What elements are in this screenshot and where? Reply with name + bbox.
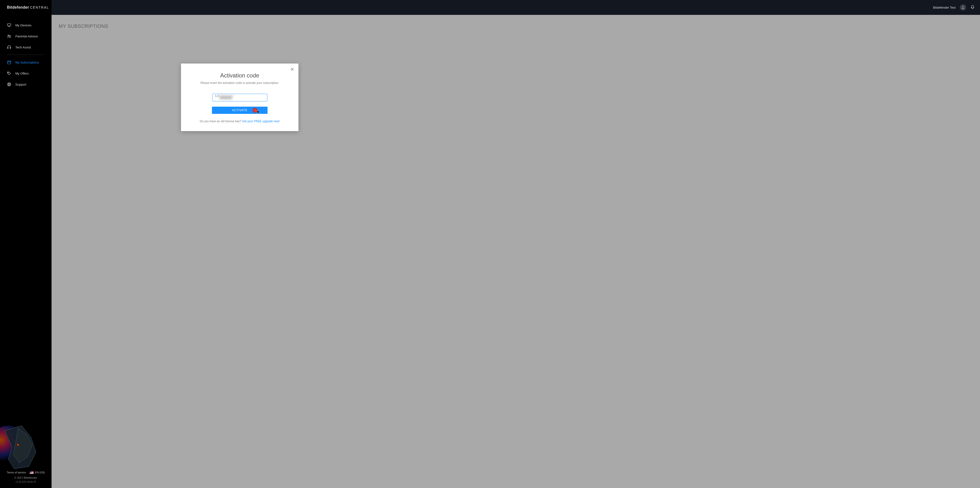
modal-title: Activation code — [188, 72, 291, 79]
monitor-icon — [7, 23, 11, 27]
calendar-icon — [7, 60, 11, 65]
svg-point-3 — [8, 35, 9, 36]
activate-button[interactable]: ACTIVATE — [212, 107, 267, 114]
sidebar-item-label: My Devices — [15, 24, 32, 27]
svg-point-18 — [0, 426, 26, 462]
copyright-text: © 2017 Bitdefender — [2, 476, 49, 479]
version-text: v2.16.526-39c9c79 — [2, 480, 49, 483]
close-icon[interactable] — [290, 67, 295, 72]
input-redacted: XXXXXXX — [220, 94, 234, 97]
svg-point-19 — [17, 444, 19, 446]
brand-suffix: CENTRAL — [30, 5, 49, 10]
sidebar-footer: Terms of service EN (US) © 2017 Bitdefen… — [0, 471, 51, 488]
sidebar-item-label: Support — [15, 83, 26, 86]
brand-logo[interactable]: Bitdefender CENTRAL — [0, 0, 51, 15]
sidebar-item-my-devices[interactable]: My Devices — [0, 20, 51, 31]
lifebuoy-icon — [7, 82, 11, 86]
sidebar-item-label: My Subscriptions — [15, 60, 39, 64]
sidebar-item-parental-advisor[interactable]: Parental Advisor — [0, 31, 51, 42]
tag-icon — [7, 71, 11, 75]
svg-line-15 — [10, 85, 10, 86]
main-area: Bitdefender Test MY SUBSCRIPTIONS Activa… — [51, 0, 980, 488]
modal-overlay: Activation code Please insert the activa… — [51, 0, 980, 488]
svg-rect-5 — [8, 48, 8, 49]
brand-name: Bitdefender — [7, 5, 29, 10]
sidebar-item-tech-assist[interactable]: Tech Assist — [0, 42, 51, 53]
input-value: LU — [215, 94, 220, 97]
wolf-artwork — [0, 421, 43, 474]
svg-point-4 — [10, 35, 11, 37]
svg-line-16 — [10, 83, 10, 84]
user-name[interactable]: Bitdefender Test — [933, 6, 956, 10]
svg-rect-6 — [10, 48, 11, 49]
sidebar-item-my-offers[interactable]: My Offers — [0, 68, 51, 79]
svg-point-11 — [8, 72, 8, 73]
people-icon — [7, 34, 11, 38]
user-avatar[interactable] — [960, 4, 966, 11]
language-label: EN (US) — [35, 471, 45, 474]
activation-modal: Activation code Please insert the activa… — [181, 64, 299, 131]
cursor-indicator — [257, 110, 260, 115]
sidebar-item-label: Parental Advisor — [15, 35, 38, 38]
headset-icon — [7, 45, 11, 49]
upgrade-link[interactable]: Get your FREE upgrade now! — [242, 119, 280, 123]
notifications-icon[interactable] — [970, 5, 975, 10]
sidebar-item-my-subscriptions[interactable]: My Subscriptions — [0, 57, 51, 68]
sidebar: Bitdefender CENTRAL My Devices Parental … — [0, 0, 51, 488]
modal-footer-text: Do you have an old license key? Get your… — [188, 119, 291, 123]
language-selector[interactable]: EN (US) — [30, 471, 45, 474]
svg-rect-0 — [8, 24, 11, 26]
svg-point-20 — [962, 6, 964, 8]
svg-line-14 — [8, 83, 9, 84]
topbar: Bitdefender Test — [51, 0, 980, 15]
us-flag-icon — [30, 471, 33, 474]
modal-subtitle: Please insert the activation code to act… — [188, 81, 291, 84]
sidebar-nav: My Devices Parental Advisor Tech Assist … — [0, 15, 51, 90]
terms-of-service-link[interactable]: Terms of service — [7, 471, 26, 474]
svg-line-17 — [8, 85, 9, 86]
sidebar-item-support[interactable]: Support — [0, 79, 51, 90]
svg-point-13 — [8, 84, 10, 85]
sidebar-item-label: My Offers — [15, 72, 29, 75]
activate-button-label: ACTIVATE — [232, 108, 248, 112]
click-indicator — [253, 108, 258, 113]
svg-rect-7 — [8, 61, 11, 64]
sidebar-item-label: Tech Assist — [15, 46, 31, 49]
activation-code-input[interactable]: LUXXXXXXX — [212, 94, 267, 102]
old-license-text: Do you have an old license key? — [200, 119, 242, 123]
